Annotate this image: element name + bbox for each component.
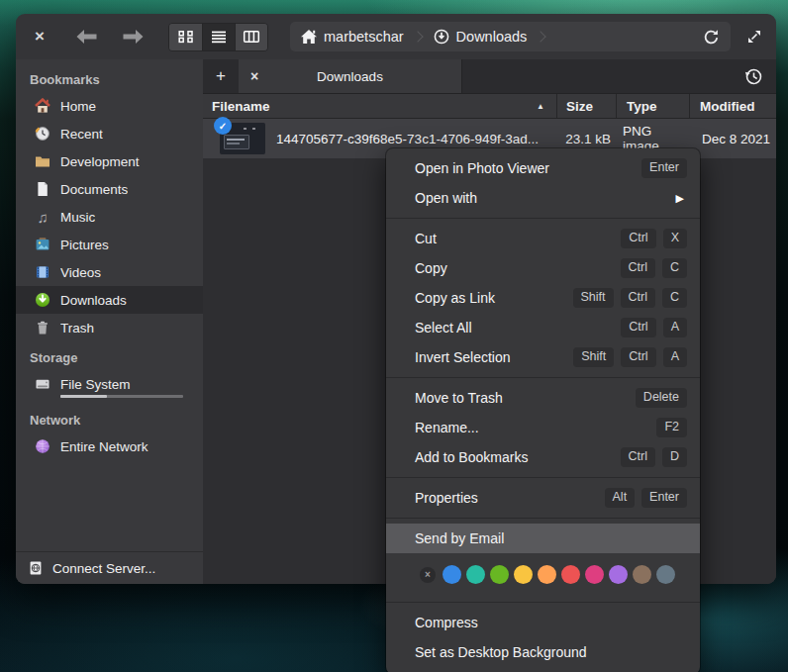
sidebar-item-label: Development: [60, 154, 140, 169]
sidebar-item-label: Documents: [60, 182, 128, 197]
connect-server-button[interactable]: Connect Server...: [16, 551, 203, 584]
menu-item-label: Move to Trash: [415, 390, 629, 406]
file-thumbnail: ✓: [220, 123, 265, 154]
menu-item-properties[interactable]: Properties Alt Enter: [386, 483, 700, 513]
color-dot-banana[interactable]: [514, 565, 533, 584]
submenu-arrow-icon: ▶: [676, 192, 684, 205]
menu-item-compress[interactable]: Compress: [386, 608, 700, 637]
column-header-filename[interactable]: Filename ▲: [203, 94, 556, 118]
grid-view-button[interactable]: [169, 24, 202, 50]
menu-item-send-by-email[interactable]: Send by Email: [386, 524, 700, 553]
shortcut-keycap: F2: [656, 418, 687, 437]
sidebar-item-recent[interactable]: Recent: [16, 120, 203, 147]
network-globe-icon: [35, 438, 50, 454]
thumbnail-detail: [224, 135, 249, 149]
fullscreen-button[interactable]: [746, 29, 762, 45]
window-close-button[interactable]: ×: [30, 27, 49, 47]
back-button[interactable]: [75, 29, 97, 45]
breadcrumb-downloads[interactable]: Downloads: [434, 29, 528, 45]
sidebar-item-entire-network[interactable]: Entire Network: [16, 432, 203, 460]
menu-item-select-all[interactable]: Select All Ctrl A: [386, 313, 700, 342]
disk-usage-bar: [16, 395, 203, 404]
expand-icon: [746, 29, 762, 45]
column-view-button[interactable]: [235, 24, 267, 50]
menu-separator: [386, 602, 700, 603]
menu-item-set-desktop-background[interactable]: Set as Desktop Background: [386, 637, 700, 667]
document-icon: [35, 181, 50, 197]
breadcrumb-home[interactable]: marbetschar: [301, 29, 404, 45]
column-header-type[interactable]: Type: [616, 94, 689, 118]
sidebar-item-trash[interactable]: Trash: [16, 314, 203, 341]
color-dot-lime[interactable]: [490, 565, 509, 584]
shortcut-keycap: Ctrl: [621, 229, 655, 248]
sidebar-item-file-system[interactable]: File System: [16, 370, 203, 398]
sidebar-item-label: Home: [60, 99, 96, 114]
column-header-modified[interactable]: Modified: [689, 94, 776, 118]
color-dot-bubblegum[interactable]: [585, 565, 604, 584]
sidebar-item-label: Music: [60, 210, 95, 225]
menu-item-rename[interactable]: Rename... F2: [386, 413, 700, 442]
menu-item-copy-as-link[interactable]: Copy as Link Shift Ctrl C: [386, 283, 700, 313]
forward-button[interactable]: [123, 29, 145, 45]
new-tab-button[interactable]: +: [203, 59, 239, 93]
list-view-icon: [210, 30, 228, 44]
tab-downloads[interactable]: × Downloads: [239, 59, 462, 93]
color-dot-cocoa[interactable]: [633, 565, 651, 584]
shortcut-keycap: C: [662, 258, 687, 278]
sidebar-item-home[interactable]: Home: [16, 92, 203, 120]
column-label: Type: [627, 99, 657, 114]
sidebar-item-documents[interactable]: Documents: [16, 175, 203, 203]
sidebar-item-pictures[interactable]: Pictures: [16, 231, 203, 258]
file-name-label: 144705677-c39f68e5-73c1-4706-949f-3ad...: [276, 132, 539, 146]
refresh-button[interactable]: [703, 29, 720, 46]
color-dot-orange[interactable]: [538, 565, 556, 584]
pictures-icon: [35, 237, 50, 252]
connect-server-icon: [28, 560, 44, 576]
tab-bar: + × Downloads: [203, 59, 776, 94]
menu-item-move-to-trash[interactable]: Move to Trash Delete: [386, 383, 700, 413]
color-none-button[interactable]: ×: [420, 567, 436, 583]
breadcrumb-folder-label: Downloads: [456, 29, 528, 45]
column-label: Size: [566, 99, 593, 114]
color-dot-mint[interactable]: [466, 565, 485, 584]
color-dot-grape[interactable]: [609, 565, 628, 584]
recent-clock-icon: [35, 126, 50, 142]
menu-item-open-in-photo-viewer[interactable]: Open in Photo Viewer Enter: [386, 153, 700, 183]
hard-drive-icon: [35, 376, 50, 392]
list-view-button[interactable]: [202, 24, 235, 50]
column-header-size[interactable]: Size: [556, 94, 616, 118]
color-dot-blueberry[interactable]: [443, 565, 461, 584]
menu-item-open-with[interactable]: Open with ▶: [386, 183, 700, 213]
column-view-icon: [243, 30, 260, 44]
breadcrumb-chevron-icon: [412, 31, 423, 42]
sidebar-item-videos[interactable]: Videos: [16, 258, 203, 286]
home-icon: [301, 30, 317, 44]
sidebar-item-label: Pictures: [60, 238, 109, 252]
sidebar-header-network: Network: [16, 404, 203, 432]
history-button[interactable]: [732, 59, 776, 93]
menu-separator: [386, 218, 700, 219]
menu-item-label: Invert Selection: [415, 349, 566, 365]
menu-item-copy[interactable]: Copy Ctrl C: [386, 253, 700, 283]
shortcut-keycap: C: [662, 288, 687, 308]
shortcut-keycap: Ctrl: [621, 318, 655, 337]
menu-item-cut[interactable]: Cut Ctrl X: [386, 224, 700, 253]
color-dot-strawberry[interactable]: [561, 565, 580, 584]
toolbar: ×: [16, 14, 776, 59]
menu-separator: [386, 518, 700, 519]
sidebar-item-music[interactable]: ♫ Music: [16, 203, 203, 231]
music-note-icon: ♫: [35, 209, 50, 225]
tab-close-icon[interactable]: ×: [250, 68, 266, 84]
menu-item-add-to-bookmarks[interactable]: Add to Bookmarks Ctrl D: [386, 442, 700, 472]
sidebar-item-downloads[interactable]: Downloads: [16, 286, 203, 314]
menu-item-label: Compress: [415, 615, 687, 630]
tab-label: Downloads: [266, 69, 449, 84]
menu-item-label: Open in Photo Viewer: [415, 160, 635, 176]
menu-item-label: Copy as Link: [415, 290, 566, 306]
sidebar-item-development[interactable]: Development: [16, 147, 203, 175]
disk-usage-fill: [60, 395, 107, 398]
sidebar: Bookmarks Home Recent: [16, 59, 203, 584]
color-dot-slate[interactable]: [656, 565, 675, 584]
shortcut-keycap: Shift: [573, 347, 614, 367]
menu-item-invert-selection[interactable]: Invert Selection Shift Ctrl A: [386, 342, 700, 372]
